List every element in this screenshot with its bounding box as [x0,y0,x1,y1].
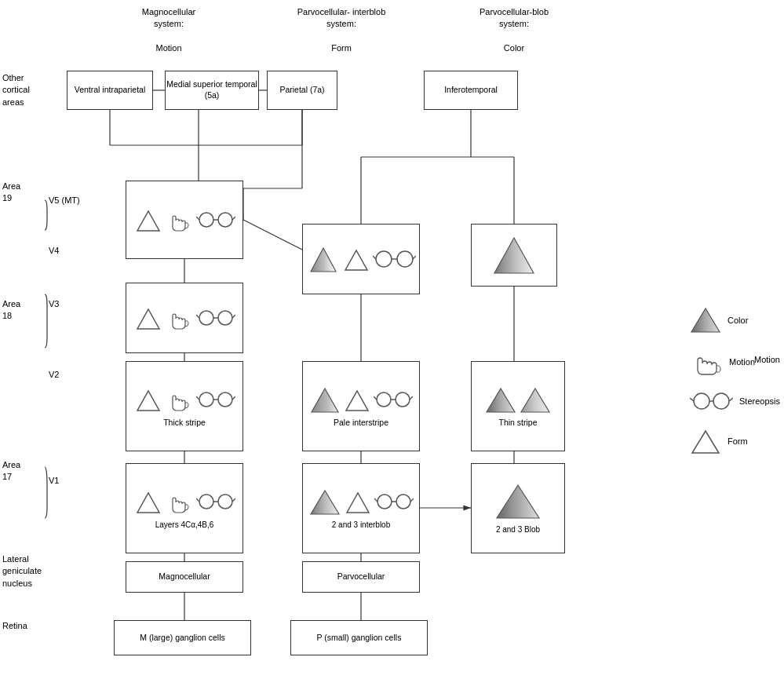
inferotemporal-box: Inferotemporal [424,71,518,110]
stereopsis-icon-a19m [373,248,416,270]
v5-label: V5 (MT) [49,195,80,206]
legend-color: Color [690,306,780,334]
svg-line-54 [729,398,733,401]
area19-right-box [471,224,557,287]
v1-interblob-icons [308,487,414,517]
stereopsis-icon-pale [374,389,413,411]
color-icon-pale [309,385,341,414]
motion-icon-thick [165,385,195,414]
legend-stereopsis-icon [690,389,733,413]
svg-point-43 [377,495,392,509]
v3-label: V3 [49,298,59,310]
motion-icon-v1l [165,487,195,517]
svg-line-19 [232,315,235,318]
v1-layers-label: Layers 4Cα,4B,6 [155,520,214,530]
svg-point-8 [376,251,392,267]
svg-point-44 [396,495,410,509]
legend: Color Motion Stereopsis [690,306,780,454]
svg-line-24 [196,396,199,400]
svg-point-37 [218,495,232,509]
form-icon-v1i [343,487,373,517]
v1-layers-icons [133,487,235,517]
svg-point-16 [218,311,232,325]
svg-marker-0 [137,211,159,231]
svg-point-29 [396,392,410,407]
legend-form-icon [690,427,721,454]
svg-point-28 [377,392,391,407]
color-icon-a19m [307,244,340,274]
legend-form: Form [690,427,780,454]
form-icon-pale [342,385,372,414]
pale-interstripe-label: Pale interstripe [334,418,388,429]
v4-label: V4 [49,245,59,257]
svg-marker-33 [487,389,515,412]
svg-line-5 [232,217,235,220]
svg-marker-27 [346,391,368,411]
legend-color-icon [690,306,721,334]
magnocellular-box: Magnocellular [126,561,243,593]
v2-label: V2 [49,369,59,381]
form-icon-a19m [341,244,371,274]
area17-label: Area17 [2,459,42,484]
svg-line-4 [196,217,199,220]
parvocellular-interblob-header: Parvocellular- interblob system: Form [290,6,392,55]
svg-marker-41 [311,491,339,514]
svg-line-25 [232,396,235,400]
svg-point-22 [218,392,232,407]
v1-blob-label: 2 and 3 Blob [496,524,540,535]
svg-marker-14 [137,309,159,329]
svg-marker-42 [347,493,369,513]
motion-icon-a19l [165,205,195,235]
svg-marker-34 [521,389,549,412]
ventral-intraparietal-box: Ventral intraparietal [67,71,153,110]
area19-left-box [126,181,243,259]
svg-marker-55 [692,431,719,453]
v1-label: V1 [49,475,59,487]
area19-label: Area19 [2,181,42,205]
form-icon-v1l [133,487,163,517]
svg-marker-48 [497,485,539,518]
stereopsis-icon-thick [196,389,235,411]
svg-line-46 [374,498,377,502]
svg-marker-20 [137,391,159,411]
svg-marker-7 [345,250,367,270]
svg-line-11 [373,256,376,259]
v2-thin-icons [484,385,552,414]
svg-point-9 [397,251,413,267]
parietal-7a-box: Parietal (7a) [267,71,337,110]
svg-point-51 [713,393,729,409]
thin-stripe-label: Thin stripe [498,418,537,429]
legend-motion-label: Motion [729,357,755,367]
area18-label: Area18 [2,298,42,323]
medial-superior-temporal-box: Medial superior temporal (5a) [165,71,259,110]
v1-blob-icons [494,482,542,521]
svg-marker-26 [312,389,338,412]
svg-marker-35 [137,493,159,513]
parvocellular-box: Parvocellular [302,561,420,593]
v3-box [126,283,243,353]
m-ganglion-box: M (large) ganglion cells [114,620,251,655]
legend-stereopsis: Stereopsis [690,389,780,413]
other-cortical-label: Othercorticalareas [2,72,49,108]
v2-thick-stripe-box: Thick stripe [126,361,243,451]
stereopsis-icon-a19l [196,209,235,231]
svg-marker-13 [494,238,534,273]
v2-thick-icons [133,385,235,414]
area19-right-icons [490,234,538,277]
lateral-geniculate-label: Lateralgeniculatenucleus [2,553,53,590]
svg-line-80 [243,220,302,250]
svg-line-12 [413,256,416,259]
motion-right-label: Motion [754,355,780,364]
thick-stripe-label: Thick stripe [163,418,206,429]
area19-left-icons [133,205,235,235]
parvocellular-blob-header: Parvocellular-blob system: Color [463,6,565,55]
stereopsis-icon-v1i [374,491,414,513]
color-icon-a19r [490,234,538,277]
form-icon-a19l [133,205,163,235]
color-icon-thin2 [519,385,552,414]
svg-line-32 [410,396,413,400]
area19-middle-box [302,224,420,294]
stereopsis-icon-v3 [196,307,235,329]
v1-layers-box: Layers 4Cα,4B,6 [126,463,243,553]
svg-line-39 [196,498,199,502]
